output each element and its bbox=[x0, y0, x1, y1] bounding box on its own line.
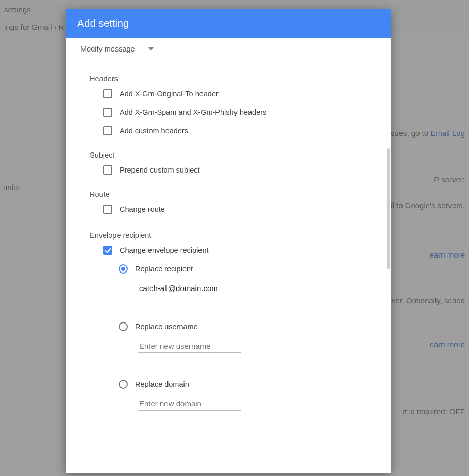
row-add-original-to[interactable]: Add X-Gm-Original-To header bbox=[103, 89, 376, 98]
label-replace-recipient: Replace recipient bbox=[135, 265, 193, 273]
row-prepend-subject[interactable]: Prepend custom subject bbox=[103, 165, 376, 175]
input-replace-domain[interactable] bbox=[138, 397, 241, 411]
bg-settings-label: settings bbox=[4, 5, 31, 14]
label-change-envelope: Change envelope recipient bbox=[120, 246, 209, 254]
input-replace-recipient[interactable] bbox=[138, 282, 241, 295]
radio-replace-recipient[interactable] bbox=[119, 264, 128, 274]
bg-text-server: P server: bbox=[434, 175, 465, 184]
scrollbar-thumb[interactable] bbox=[387, 148, 390, 269]
label-add-original-to: Add X-Gm-Original-To header bbox=[120, 90, 219, 98]
bg-text-googleservers: ail to Google's servers. bbox=[387, 201, 465, 210]
row-replace-recipient[interactable]: Replace recipient bbox=[119, 264, 376, 274]
bg-text-issues: ssues, go to Email Log bbox=[387, 129, 465, 138]
checkbox-add-custom-headers[interactable] bbox=[103, 126, 112, 135]
checkbox-prepend-subject[interactable] bbox=[103, 165, 112, 175]
action-dropdown-label: Modify message bbox=[80, 45, 135, 53]
bg-text-required-off: rt is required: OFF bbox=[402, 407, 465, 416]
label-replace-domain: Replace domain bbox=[135, 380, 189, 388]
section-subject-label: Subject bbox=[90, 151, 376, 159]
input-replace-username[interactable] bbox=[138, 339, 241, 353]
row-replace-domain[interactable]: Replace domain bbox=[119, 380, 376, 389]
modal-title: Add setting bbox=[77, 18, 129, 29]
checkbox-change-route[interactable] bbox=[103, 205, 112, 214]
label-add-custom-headers: Add custom headers bbox=[120, 127, 188, 135]
label-prepend-subject: Prepend custom subject bbox=[120, 166, 200, 174]
label-add-spam-phishy: Add X-Gm-Spam and X-Gm-Phishy headers bbox=[120, 108, 266, 116]
checkbox-add-spam-phishy[interactable] bbox=[103, 108, 112, 117]
modal-title-bar: Add setting bbox=[66, 9, 391, 38]
row-add-custom-headers[interactable]: Add custom headers bbox=[103, 126, 376, 135]
row-replace-username[interactable]: Replace username bbox=[119, 322, 376, 331]
bg-units-label: units bbox=[3, 183, 20, 192]
bg-text-optionally: erver. Optionally, sched bbox=[384, 296, 465, 305]
modal-body: Modify message Headers Add X-Gm-Original… bbox=[66, 38, 391, 422]
action-dropdown[interactable]: Modify message bbox=[80, 45, 154, 53]
bg-link-learn-more-1[interactable]: earn more bbox=[430, 250, 465, 259]
checkbox-change-envelope[interactable] bbox=[103, 246, 112, 255]
bg-breadcrumb-text: ings for Gmail › R bbox=[4, 23, 64, 31]
bg-link-email-log[interactable]: Email Log bbox=[430, 129, 465, 138]
row-change-envelope-recipient[interactable]: Change envelope recipient bbox=[103, 246, 376, 255]
radio-replace-domain[interactable] bbox=[119, 380, 128, 389]
radio-replace-username[interactable] bbox=[119, 322, 128, 331]
add-setting-modal: Add setting Modify message Headers Add X… bbox=[66, 9, 391, 473]
section-headers-label: Headers bbox=[90, 75, 376, 83]
section-route-label: Route bbox=[90, 190, 376, 198]
label-change-route: Change route bbox=[120, 205, 165, 213]
row-add-spam-phishy[interactable]: Add X-Gm-Spam and X-Gm-Phishy headers bbox=[103, 108, 376, 117]
chevron-down-icon bbox=[148, 47, 154, 50]
label-replace-username: Replace username bbox=[135, 322, 198, 331]
bg-link-learn-more-2[interactable]: earn more bbox=[430, 340, 465, 349]
row-change-route[interactable]: Change route bbox=[103, 205, 376, 214]
checkbox-add-original-to[interactable] bbox=[103, 89, 112, 98]
section-envelope-label: Envelope recipient bbox=[90, 231, 376, 240]
